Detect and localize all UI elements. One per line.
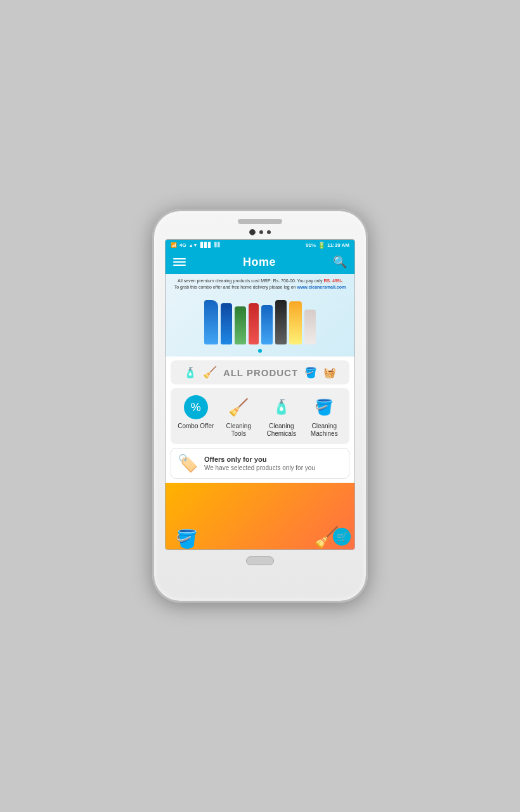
status-right: 91% 🔋 11:39 AM [306, 242, 349, 249]
offers-section[interactable]: 🏷️ Offers only for you We have selected … [171, 448, 349, 479]
banner-text-area: All seven premium cleaning products cost… [166, 278, 354, 291]
status-bar: 📶 4G ▲▼ ▋▋▋ ▋▋ 91% 🔋 11:39 AM [166, 240, 354, 250]
cart-icon: 🛒 [337, 532, 348, 542]
phone-sensor [259, 230, 263, 234]
app-header: Home 🔍 [166, 250, 354, 274]
data-bars: ▋▋ [214, 242, 221, 247]
phone-outer: 📶 4G ▲▼ ▋▋▋ ▋▋ 91% 🔋 11:39 AM Home 🔍 [152, 209, 368, 603]
all-product-section[interactable]: 🧴 🧹 ALL PRODUCT 🪣 🧺 [171, 360, 349, 384]
category-item-chemicals[interactable]: 🧴 Cleaning Chemicals [263, 395, 301, 438]
tools-icon: 🧹 [228, 398, 249, 417]
bottle-blue3 [261, 305, 273, 344]
category-item-combo[interactable]: % Combo Offer [177, 395, 215, 430]
phone-home-button[interactable] [246, 556, 274, 565]
cat-icon-chemicals-wrap: 🧴 [269, 395, 294, 420]
bottle-blue2 [221, 303, 232, 344]
cat-label-tools: Cleaning Tools [219, 422, 257, 438]
banner-website: www.cleanersmall.com [297, 285, 346, 289]
banner-line1: All seven premium cleaning products cost… [178, 278, 322, 283]
offer-subtitle: We have selected products only for you [204, 464, 342, 471]
washer-icon: 🧺 [323, 367, 336, 379]
phone-camera-row [249, 229, 271, 235]
category-item-tools[interactable]: 🧹 Cleaning Tools [219, 395, 257, 438]
bottle-cream [304, 310, 316, 344]
banner-dot [258, 349, 262, 353]
categories-section: % Combo Offer 🧹 Cleaning Tools 🧴 Cleanin… [171, 388, 349, 444]
hamburger-line1 [173, 258, 186, 259]
chemicals-icon: 🧴 [273, 399, 290, 416]
bottle-green [235, 306, 246, 344]
signal-arrows: ▲▼ [189, 243, 198, 247]
signal-bars: ▋▋▋ [200, 242, 212, 248]
bottle-black [275, 300, 287, 344]
time-label: 11:39 AM [327, 242, 349, 248]
hamburger-line3 [173, 265, 186, 266]
banner2-cart[interactable]: 🛒 [333, 528, 351, 546]
plunger-icon: 🪣 [304, 367, 317, 379]
banner2-bucket: 🪣 [176, 528, 198, 549]
banner-area: All seven premium cleaning products cost… [166, 274, 354, 357]
person-icon: 🧹 [203, 365, 217, 379]
category-item-machines[interactable]: 🪣 Cleaning Machines [305, 395, 343, 438]
banner2-area: 🪣 🧹 🛒 [166, 483, 354, 549]
network-label: 4G [179, 242, 186, 248]
all-product-label: ALL PRODUCT [223, 367, 298, 378]
offer-tag-icon: 🏷️ [178, 454, 198, 473]
combo-percent-circle: % [184, 395, 208, 419]
phone-screen: 📶 4G ▲▼ ▋▋▋ ▋▋ 91% 🔋 11:39 AM Home 🔍 [165, 239, 355, 550]
offer-text: Offers only for you We have selected pro… [204, 455, 342, 471]
status-left: 📶 4G ▲▼ ▋▋▋ ▋▋ [171, 242, 221, 248]
cat-label-combo: Combo Offer [178, 422, 214, 430]
phone-camera [249, 229, 256, 235]
banner-line2: To grab this combo offer and free home d… [174, 285, 296, 289]
bottle-red [249, 303, 259, 344]
cat-label-chemicals: Cleaning Chemicals [263, 422, 301, 438]
wifi-icon: 📶 [171, 242, 177, 248]
phone-speaker [238, 219, 282, 224]
hamburger-line2 [173, 261, 186, 263]
cat-label-machines: Cleaning Machines [305, 422, 343, 438]
offer-title: Offers only for you [204, 455, 342, 463]
phone-sensor2 [267, 230, 271, 234]
bottle-spray [204, 300, 218, 344]
hamburger-menu[interactable] [173, 258, 186, 266]
banner-bg: All seven premium cleaning products cost… [166, 274, 354, 357]
banner-price: RS. 499/- [323, 278, 342, 283]
app-title: Home [243, 256, 276, 269]
bottles-row [200, 300, 320, 344]
battery-label: 91% [306, 242, 316, 248]
bottle-yellow [289, 301, 302, 344]
spray-icon: 🧴 [184, 367, 197, 379]
machines-icon: 🪣 [315, 398, 334, 416]
search-button[interactable]: 🔍 [333, 255, 347, 269]
cat-icon-combo: % [183, 395, 209, 420]
cat-icon-tools-wrap: 🧹 [226, 395, 251, 420]
cat-icon-machines-wrap: 🪣 [311, 395, 337, 420]
battery-icon: 🔋 [318, 242, 325, 249]
